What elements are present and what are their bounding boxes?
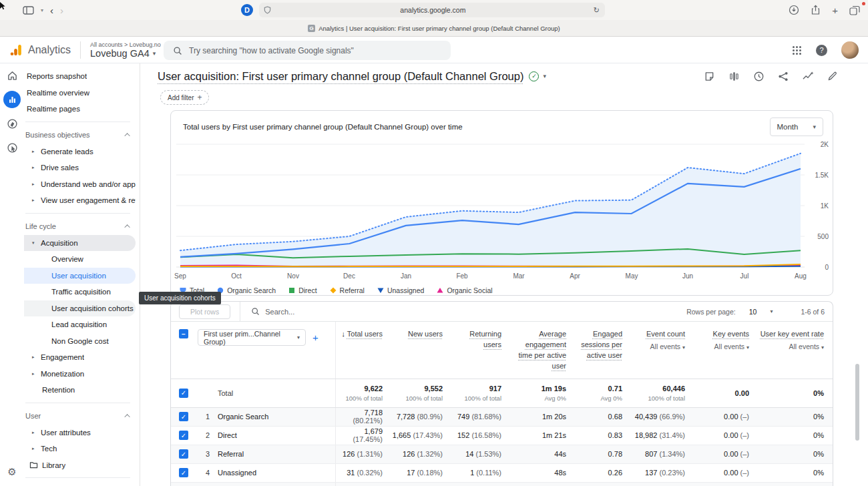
column-header-engaged-sessions-per-active-user[interactable]: Engaged sessions per active user <box>575 322 631 379</box>
column-header-average-engagement-time-per-active-user[interactable]: Average engagement time per active user <box>510 322 575 379</box>
sidebar-item-engagement[interactable]: ▸Engagement <box>24 349 136 366</box>
legend-item-organic-search[interactable]: Organic Search <box>217 286 276 294</box>
note-icon[interactable] <box>704 71 715 82</box>
sidebar-section-business-objectives[interactable]: Business objectives <box>24 126 140 144</box>
sidebar-item-user-acquisition[interactable]: User acquisition <box>24 268 136 284</box>
property-selector[interactable]: All accounts > Lovebug.no Lovebug GA4 ▾ <box>80 41 161 59</box>
legend-item-direct[interactable]: Direct <box>288 286 316 294</box>
expand-arrow-icon[interactable]: ▸ <box>32 371 38 377</box>
timeseries-plot[interactable] <box>176 140 805 271</box>
share-icon[interactable] <box>811 5 821 15</box>
back-button[interactable]: ‹ <box>50 5 53 15</box>
add-filter-button[interactable]: Add filter + <box>160 90 209 105</box>
sidebar-section-user[interactable]: User <box>24 407 140 425</box>
expand-arrow-icon[interactable]: ▸ <box>32 446 38 451</box>
sidebar-item-user-acquisition-cohorts[interactable]: User acquisition cohorts <box>24 300 136 317</box>
legend-item-unassigned[interactable]: Unassigned <box>377 286 424 294</box>
column-header-key-events[interactable]: Key events All events ▾ <box>694 322 758 379</box>
sidebar-item-tech[interactable]: ▸Tech <box>24 441 136 457</box>
sidebar-item-lead-acquisition[interactable]: Lead acquisition <box>24 316 136 333</box>
expand-arrow-icon[interactable]: ▸ <box>32 198 38 203</box>
help-icon[interactable]: ? <box>816 45 827 56</box>
sidebar-toggle-icon[interactable] <box>23 5 34 15</box>
sidebar-item-overview[interactable]: Overview <box>24 251 136 268</box>
sidebar-item-user-attributes[interactable]: ▸User attributes <box>24 425 136 441</box>
sidebar-item-understand-web-and-or-app-t[interactable]: ▸Understand web and/or app t... <box>24 176 136 193</box>
dimension-select[interactable]: First user prim...Channel Group)▾ <box>198 329 306 346</box>
granularity-select[interactable]: Month ▾ <box>770 117 824 136</box>
extension-badge[interactable]: D <box>241 4 253 16</box>
sidebar-item-drive-sales[interactable]: ▸Drive sales <box>24 160 136 176</box>
select-all-checkbox[interactable]: − <box>179 329 188 338</box>
active-tab[interactable]: G Analytics | User acquisition: First us… <box>308 25 560 32</box>
admin-gear-icon[interactable]: ⚙ <box>0 466 24 478</box>
sidebar-menu-caret[interactable]: ▾ <box>41 7 43 13</box>
sidebar-item-library[interactable]: Library <box>24 457 136 474</box>
table-search-input[interactable]: Search... <box>251 307 294 316</box>
rows-per-page-caret-icon[interactable]: ▾ <box>770 308 773 314</box>
column-header-event-count[interactable]: Event count All events ▾ <box>631 322 694 379</box>
column-header-user-key-event-rate[interactable]: User key event rate All events ▾ <box>758 322 833 379</box>
column-header-new-users[interactable]: New users <box>391 322 451 379</box>
screen: ▾ ‹ › D analytics.google.com ↻ + <box>0 0 868 486</box>
row-checkbox[interactable]: ✓ <box>179 468 188 477</box>
collapse-arrow-icon[interactable]: ▾ <box>32 240 38 246</box>
sidebar-item-view-user-engagement-rete[interactable]: ▸View user engagement & rete... <box>24 192 136 209</box>
legend-item-referral[interactable]: Referral <box>330 286 365 294</box>
insights-icon[interactable] <box>802 71 814 81</box>
sidebar-item-retention[interactable]: Retention <box>24 382 136 399</box>
column-filter-select[interactable]: All events ▾ <box>631 342 685 350</box>
share-icon[interactable] <box>778 71 789 82</box>
address-bar[interactable]: analytics.google.com ↻ <box>259 3 605 17</box>
row-checkbox[interactable]: ✓ <box>179 389 188 398</box>
sidebar-item-non-google-cost[interactable]: Non Google cost <box>24 333 136 350</box>
sidebar-item-traffic-acquisition[interactable]: Traffic acquisition <box>24 284 136 300</box>
expand-arrow-icon[interactable]: ▸ <box>32 165 38 170</box>
report-title[interactable]: User acquisition: First user primary cha… <box>158 70 523 83</box>
new-tab-icon[interactable]: + <box>832 5 838 16</box>
expand-arrow-icon[interactable]: ▸ <box>32 182 38 187</box>
reports-icon[interactable] <box>0 87 24 111</box>
row-checkbox[interactable]: ✓ <box>179 431 188 440</box>
main-scrollbar-thumb[interactable] <box>855 364 859 441</box>
user-avatar[interactable] <box>841 41 859 59</box>
sidebar-item-realtime-overview[interactable]: Realtime overview <box>24 85 136 101</box>
row-checkbox[interactable]: ✓ <box>179 412 188 421</box>
privacy-shield-icon[interactable] <box>264 6 271 14</box>
downloads-icon[interactable] <box>789 5 799 15</box>
apps-grid-icon[interactable] <box>792 45 802 55</box>
column-header-total-users[interactable]: ↓ Total users <box>335 322 391 379</box>
expand-arrow-icon[interactable]: ▸ <box>32 430 38 435</box>
edit-icon[interactable] <box>827 71 838 81</box>
sidebar-item-generate-leads[interactable]: ▸Generate leads <box>24 144 136 160</box>
clock-icon[interactable] <box>753 71 765 82</box>
column-filter-select[interactable]: All events ▾ <box>758 342 824 350</box>
rows-per-page-value[interactable]: 10 <box>749 308 757 316</box>
explore-icon[interactable] <box>0 111 24 136</box>
home-icon[interactable] <box>0 63 24 87</box>
add-dimension-button[interactable]: + <box>312 332 318 343</box>
sidebar-collapse-button[interactable]: ‹ <box>24 482 140 486</box>
sidebar-item-acquisition[interactable]: ▾Acquisition <box>24 235 136 252</box>
comparison-icon[interactable] <box>728 71 740 82</box>
sidebar-item-reports-snapshot[interactable]: Reports snapshot <box>24 68 136 85</box>
sidebar-item-monetization[interactable]: ▸Monetization <box>24 366 136 383</box>
legend-item-organic-social[interactable]: Organic Social <box>437 286 492 294</box>
row-checkbox[interactable]: ✓ <box>179 449 188 459</box>
column-header-returning-users[interactable]: Returning users <box>451 322 510 379</box>
sidebar-item-realtime-pages[interactable]: Realtime pages <box>24 101 136 117</box>
advertising-icon[interactable] <box>0 136 24 160</box>
report-title-caret-icon[interactable]: ▾ <box>543 73 546 79</box>
expand-arrow-icon[interactable]: ▸ <box>32 149 38 154</box>
metric-cell: 0.00 (–) <box>694 407 758 426</box>
tab-overview-icon[interactable] <box>849 5 860 15</box>
reload-icon[interactable]: ↻ <box>594 6 600 15</box>
legend-marker-triangle-down-icon <box>377 287 384 294</box>
global-search-input[interactable]: Try searching "how to activate Google si… <box>164 41 451 60</box>
column-filter-select[interactable]: All events ▾ <box>694 342 749 350</box>
analytics-logo[interactable]: Analytics <box>9 43 71 57</box>
plot-rows-button[interactable]: Plot rows <box>179 304 230 319</box>
report-table: − First user prim...Channel Group)▾ + ↓ … <box>171 322 833 486</box>
sidebar-section-life-cycle[interactable]: Life cycle <box>24 218 140 235</box>
expand-arrow-icon[interactable]: ▸ <box>32 354 38 360</box>
